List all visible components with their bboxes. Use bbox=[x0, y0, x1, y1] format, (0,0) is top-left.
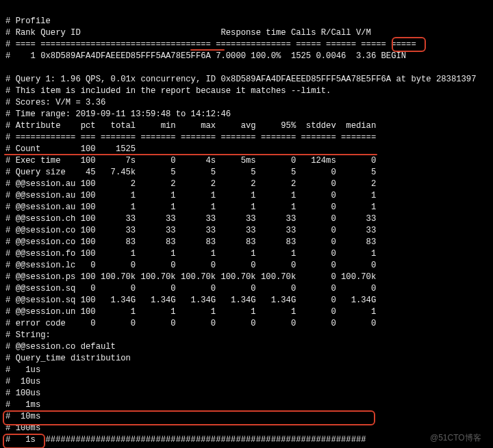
qt-dist-header: # Query_time distribution bbox=[5, 354, 131, 363]
scores: # Scores: V/M = 3.36 bbox=[5, 98, 105, 107]
query-summary: # Query 1: 1.96 QPS, 0.01x concurrency, … bbox=[5, 75, 477, 84]
row-session-lc: # @@session.lc 0 0 0 0 0 0 0 0 bbox=[5, 261, 376, 270]
dist-10ms: # 10ms bbox=[5, 412, 40, 421]
item-reason: # This item is included in the report be… bbox=[5, 86, 331, 96]
dist-100us: # 100us bbox=[5, 388, 40, 398]
row-session-au-1: # @@session.au 100 2 2 2 2 2 0 2 bbox=[5, 179, 376, 189]
dist-1ms: # 1ms bbox=[5, 400, 40, 410]
row-session-fo: # @@session.fo 100 1 1 1 1 1 0 1 bbox=[5, 249, 376, 259]
row-session-co-2: # @@session.co 100 83 83 83 83 83 0 83 bbox=[5, 237, 376, 247]
row-session-ch: # @@session.ch 100 33 33 33 33 33 0 33 bbox=[5, 214, 376, 224]
attr-divider: # ============ === ======= ======= =====… bbox=[5, 133, 376, 142]
row-session-co-1: # @@session.co 100 33 33 33 33 33 0 33 bbox=[5, 226, 376, 235]
row-session-un: # @@session.un 100 1 1 1 1 1 0 1 bbox=[5, 307, 376, 317]
session-default: # @@session.co default bbox=[5, 342, 116, 352]
attr-header: # Attribute pct total min max avg 95% st… bbox=[5, 121, 376, 131]
dist-1us: # 1us bbox=[5, 365, 40, 375]
row-session-au-2: # @@session.au 100 1 1 1 1 1 0 1 bbox=[5, 191, 376, 200]
rank-row: # 1 0x8D589AFA4DFAEEED85FFF5AA78E5FF6A 7… bbox=[5, 51, 406, 61]
terminal-output: # Profile # Rank Query ID Response time … bbox=[0, 0, 493, 448]
string-header: # String: bbox=[5, 330, 51, 340]
row-session-ps: # @@session.ps 100 100.70k 100.70k 100.7… bbox=[5, 272, 376, 282]
row-session-au-3: # @@session.au 100 1 1 1 1 1 0 1 bbox=[5, 202, 376, 212]
row-count: # Count 100 1525 bbox=[5, 144, 136, 154]
watermark: @51CTO博客 bbox=[430, 432, 481, 444]
dist-10us: # 10us bbox=[5, 377, 40, 386]
rank-header: # Rank Query ID Response time Calls R/Ca… bbox=[5, 28, 371, 38]
row-exec-time: # Exec time 100 7s 0 4s 5ms 0 124ms 0 bbox=[5, 156, 376, 166]
dist-1s: # 1s ###################################… bbox=[5, 435, 366, 445]
profile-header: # Profile bbox=[5, 16, 51, 26]
dist-100ms: # 100ms bbox=[5, 423, 40, 433]
highlight-1s-bar bbox=[3, 410, 375, 425]
highlight-response-time bbox=[190, 49, 225, 51]
row-error-code: # error code 0 0 0 0 0 0 0 0 bbox=[5, 319, 376, 328]
row-session-sq-1: # @@session.sq 0 0 0 0 0 0 0 0 bbox=[5, 284, 376, 293]
highlight-exec-time-row bbox=[4, 154, 377, 155]
row-query-size: # Query size 45 7.45k 5 5 5 5 0 5 bbox=[5, 168, 376, 177]
rank-divider: # ==== =================================… bbox=[5, 40, 416, 49]
time-range: # Time range: 2019-09-11 13:59:48 to 14:… bbox=[5, 109, 231, 119]
row-session-sq-2: # @@session.sq 100 1.34G 1.34G 1.34G 1.3… bbox=[5, 295, 376, 305]
